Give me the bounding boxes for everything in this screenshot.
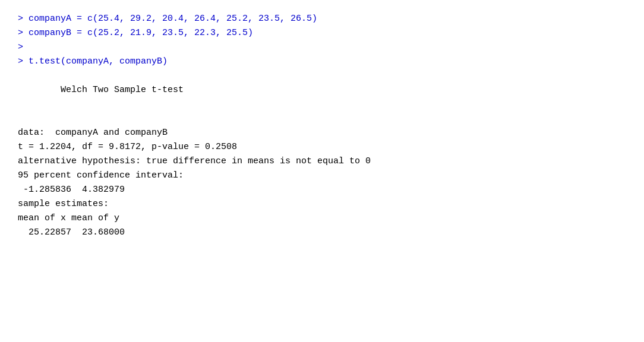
input-line-1: > companyA = c(25.4, 29.2, 20.4, 26.4, 2… xyxy=(18,12,626,26)
input-line-2: > companyB = c(25.2, 21.9, 23.5, 22.3, 2… xyxy=(18,26,626,40)
console-output: > companyA = c(25.4, 29.2, 20.4, 26.4, 2… xyxy=(18,12,626,240)
input-line-4: > t.test(companyA, companyB) xyxy=(18,55,626,69)
output-ci-values: -1.285836 4.382979 xyxy=(18,183,626,197)
input-line-3: > xyxy=(18,40,626,55)
output-ci-label: 95 percent confidence interval: xyxy=(18,169,626,183)
output-mean-labels: mean of x mean of y xyxy=(18,211,626,226)
output-data: data: companyA and companyB xyxy=(18,126,626,140)
blank-line-3 xyxy=(18,112,626,126)
output-mean-values: 25.22857 23.68000 xyxy=(18,226,626,240)
blank-line-2 xyxy=(18,97,626,112)
blank-line-1 xyxy=(18,69,626,83)
output-sample-estimates-label: sample estimates: xyxy=(18,197,626,211)
output-alt-hypothesis: alternative hypothesis: true difference … xyxy=(18,154,626,169)
output-title: Welch Two Sample t-test xyxy=(18,83,626,97)
output-t-stat: t = 1.2204, df = 9.8172, p-value = 0.250… xyxy=(18,140,626,154)
